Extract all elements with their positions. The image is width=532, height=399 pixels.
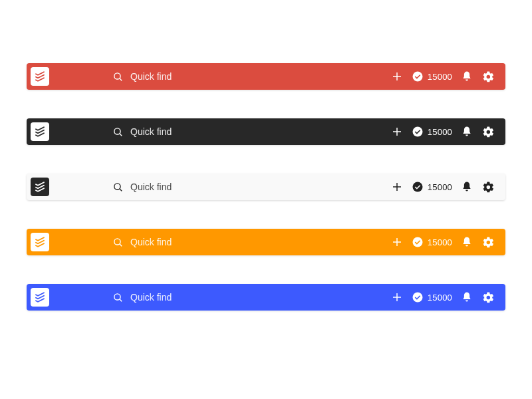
plus-icon <box>391 181 403 193</box>
search-box[interactable] <box>112 292 210 303</box>
app-logo[interactable] <box>31 233 49 251</box>
gear-icon <box>482 236 495 249</box>
search-icon <box>112 237 124 248</box>
svg-point-24 <box>412 293 422 303</box>
app-toolbar: 15000 <box>27 63 505 90</box>
search-input[interactable] <box>130 71 210 82</box>
settings-button[interactable] <box>477 176 499 198</box>
svg-point-0 <box>114 72 120 78</box>
plus-icon <box>391 126 403 138</box>
bell-icon <box>461 70 473 82</box>
search-box[interactable] <box>112 237 210 248</box>
svg-point-14 <box>412 182 422 192</box>
search-icon <box>112 71 124 82</box>
productivity-button[interactable]: 15000 <box>408 236 456 248</box>
karma-count: 15000 <box>428 127 452 137</box>
search-box[interactable] <box>112 182 210 193</box>
productivity-button[interactable]: 15000 <box>408 291 456 303</box>
svg-point-15 <box>114 238 120 244</box>
toolbar-right: 15000 <box>386 121 505 142</box>
karma-count: 15000 <box>428 293 452 303</box>
productivity-button[interactable]: 15000 <box>408 70 456 82</box>
check-circle-icon <box>412 236 424 248</box>
svg-line-1 <box>120 78 122 80</box>
app-toolbar: 15000 <box>27 174 505 200</box>
karma-count: 15000 <box>428 182 452 192</box>
svg-point-5 <box>114 128 120 134</box>
bell-icon <box>461 291 473 303</box>
svg-line-21 <box>120 299 122 301</box>
plus-icon <box>391 291 403 303</box>
search-box[interactable] <box>112 71 210 82</box>
notifications-button[interactable] <box>456 176 477 198</box>
karma-count: 15000 <box>428 72 452 82</box>
app-logo[interactable] <box>31 122 49 141</box>
notifications-button[interactable] <box>456 66 477 87</box>
settings-button[interactable] <box>477 121 499 142</box>
app-toolbar: 15000 <box>27 118 505 145</box>
bell-icon <box>461 126 473 138</box>
app-toolbar: 15000 <box>27 284 505 311</box>
app-logo[interactable] <box>31 67 49 86</box>
todoist-logo-icon <box>34 236 46 248</box>
add-button[interactable] <box>386 287 408 308</box>
toolbar-right: 15000 <box>386 231 505 253</box>
search-input[interactable] <box>130 182 210 192</box>
productivity-button[interactable]: 15000 <box>408 181 456 193</box>
search-box[interactable] <box>112 126 210 138</box>
settings-button[interactable] <box>477 287 499 308</box>
check-circle-icon <box>412 291 424 303</box>
svg-line-16 <box>120 243 122 245</box>
bell-icon <box>461 181 473 193</box>
gear-icon <box>482 181 495 194</box>
svg-line-11 <box>120 188 122 190</box>
add-button[interactable] <box>386 121 408 142</box>
svg-line-6 <box>120 133 122 135</box>
settings-button[interactable] <box>477 231 499 253</box>
app-logo[interactable] <box>31 288 49 307</box>
add-button[interactable] <box>386 231 408 253</box>
svg-point-10 <box>114 183 120 189</box>
search-icon <box>112 292 124 303</box>
plus-icon <box>391 70 403 82</box>
svg-point-20 <box>114 293 120 299</box>
gear-icon <box>482 126 495 138</box>
svg-point-4 <box>412 72 422 82</box>
add-button[interactable] <box>386 176 408 198</box>
todoist-logo-icon <box>34 70 46 82</box>
app-logo[interactable] <box>31 178 49 196</box>
karma-count: 15000 <box>428 237 452 247</box>
toolbar-right: 15000 <box>386 176 505 198</box>
notifications-button[interactable] <box>456 231 477 253</box>
bell-icon <box>461 236 473 248</box>
notifications-button[interactable] <box>456 121 477 142</box>
todoist-logo-icon <box>34 126 46 138</box>
check-circle-icon <box>412 70 424 82</box>
productivity-button[interactable]: 15000 <box>408 126 456 138</box>
settings-button[interactable] <box>477 66 499 87</box>
svg-point-9 <box>412 127 422 137</box>
todoist-logo-icon <box>34 181 46 193</box>
search-icon <box>112 126 124 138</box>
gear-icon <box>482 70 495 83</box>
search-input[interactable] <box>130 292 210 303</box>
check-circle-icon <box>412 126 424 138</box>
gear-icon <box>482 291 495 304</box>
search-input[interactable] <box>130 126 210 137</box>
todoist-logo-icon <box>34 291 46 303</box>
add-button[interactable] <box>386 66 408 87</box>
app-toolbar: 15000 <box>27 229 505 255</box>
svg-point-19 <box>412 237 422 247</box>
check-circle-icon <box>412 181 424 193</box>
toolbar-right: 15000 <box>386 287 505 308</box>
plus-icon <box>391 236 403 248</box>
search-icon <box>112 182 124 193</box>
notifications-button[interactable] <box>456 287 477 308</box>
search-input[interactable] <box>130 237 210 247</box>
toolbar-right: 15000 <box>386 66 505 87</box>
